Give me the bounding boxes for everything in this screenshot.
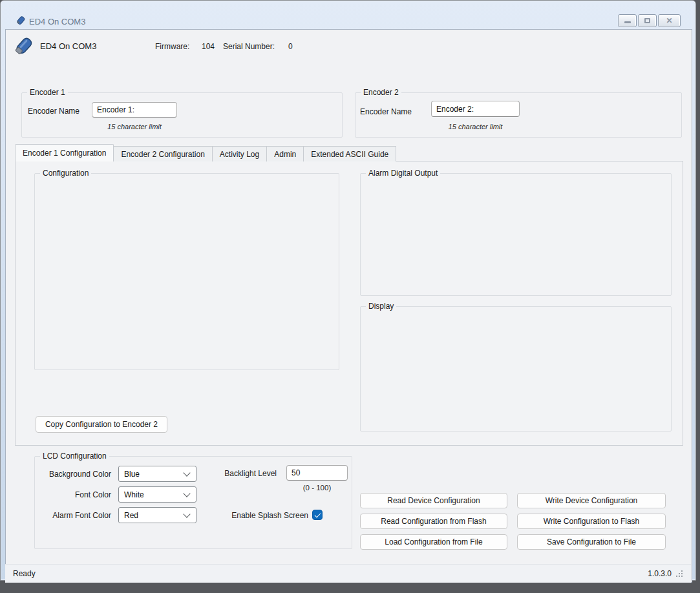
background-color-label: Background Color: [34, 470, 111, 479]
enable-splash-screen-label[interactable]: Enable Splash Screen: [207, 511, 308, 520]
header-title: ED4 On COM3: [40, 41, 96, 51]
desktop-background: ED4 On COM3 ✕ ED4 On COM3 Firmware: 104 …: [0, 0, 700, 593]
encoder1-group-title: Encoder 1: [27, 88, 68, 97]
write-device-configuration-button[interactable]: Write Device Configuration: [517, 493, 666, 508]
serial-number-value: 0: [288, 42, 293, 51]
alarm-font-color-label: Alarm Font Color: [34, 511, 111, 520]
backlight-level-label: Backlight Level: [210, 469, 277, 478]
minimize-button[interactable]: [618, 14, 637, 27]
configuration-group: Configuration: [34, 173, 339, 370]
titlebar[interactable]: ED4 On COM3: [1, 6, 696, 29]
maximize-button[interactable]: [638, 14, 657, 27]
lcd-group-title: LCD Configuration: [40, 452, 109, 461]
tab-activity-log[interactable]: Activity Log: [212, 146, 267, 161]
device-icon: [12, 35, 34, 58]
resize-grip-icon[interactable]: [675, 570, 683, 577]
font-color-combo-value: White: [124, 490, 144, 499]
alarm-digital-output-group: Alarm Digital Output: [360, 173, 672, 296]
minimize-icon: [624, 21, 631, 23]
status-text: Ready: [13, 569, 36, 578]
display-group: Display: [360, 306, 672, 432]
encoder2-group-title: Encoder 2: [361, 88, 401, 97]
display-group-title: Display: [366, 302, 396, 311]
background-color-combo[interactable]: Blue: [118, 466, 196, 482]
tab-admin[interactable]: Admin: [266, 146, 304, 161]
tab-strip: Encoder 1 Configuration Encoder 2 Config…: [15, 144, 396, 161]
window-title: ED4 On COM3: [29, 17, 85, 26]
backlight-level-hint: (0 - 100): [286, 484, 348, 492]
encoder1-name-input[interactable]: [92, 102, 177, 118]
font-color-label: Font Color: [34, 490, 111, 499]
alarm-group-title: Alarm Digital Output: [366, 169, 440, 178]
alarm-font-color-combo[interactable]: Red: [118, 507, 196, 523]
tab-extended-ascii-guide[interactable]: Extended ASCII Guide: [303, 146, 396, 161]
load-configuration-from-file-button[interactable]: Load Configuration from File: [360, 534, 507, 550]
firmware-label: Firmware:: [155, 42, 189, 51]
save-configuration-to-file-button[interactable]: Save Configuration to File: [517, 534, 666, 550]
tab-encoder1-configuration[interactable]: Encoder 1 Configuration: [15, 144, 114, 161]
read-device-configuration-button[interactable]: Read Device Configuration: [360, 493, 507, 508]
alarm-font-color-combo-value: Red: [124, 511, 138, 520]
font-color-combo[interactable]: White: [118, 486, 196, 503]
read-configuration-from-flash-button[interactable]: Read Configuration from Flash: [360, 514, 507, 529]
background-color-combo-value: Blue: [124, 470, 140, 479]
serial-number-label: Serial Number:: [223, 42, 275, 51]
encoder2-name-label: Encoder Name: [360, 107, 412, 116]
close-button[interactable]: ✕: [658, 14, 681, 27]
write-configuration-to-flash-button[interactable]: Write Configuration to Flash: [517, 514, 666, 529]
tab-encoder2-configuration[interactable]: Encoder 2 Configuration: [113, 146, 212, 161]
firmware-value: 104: [202, 42, 215, 51]
app-icon: [16, 16, 26, 26]
configuration-group-title: Configuration: [40, 169, 91, 178]
encoder2-name-hint: 15 character limit: [431, 123, 520, 130]
status-bar: Ready 1.0.3.0: [5, 564, 691, 583]
maximize-icon: [644, 18, 650, 23]
version-text: 1.0.3.0: [648, 569, 672, 578]
encoder1-name-label: Encoder Name: [28, 107, 80, 116]
close-icon: ✕: [666, 17, 672, 25]
enable-splash-screen-checkbox[interactable]: [312, 510, 323, 520]
encoder2-name-input[interactable]: [431, 101, 520, 117]
encoder1-name-hint: 15 character limit: [92, 123, 177, 130]
backlight-level-input[interactable]: [286, 465, 348, 481]
copy-configuration-button[interactable]: Copy Configuration to Encoder 2: [36, 416, 167, 433]
